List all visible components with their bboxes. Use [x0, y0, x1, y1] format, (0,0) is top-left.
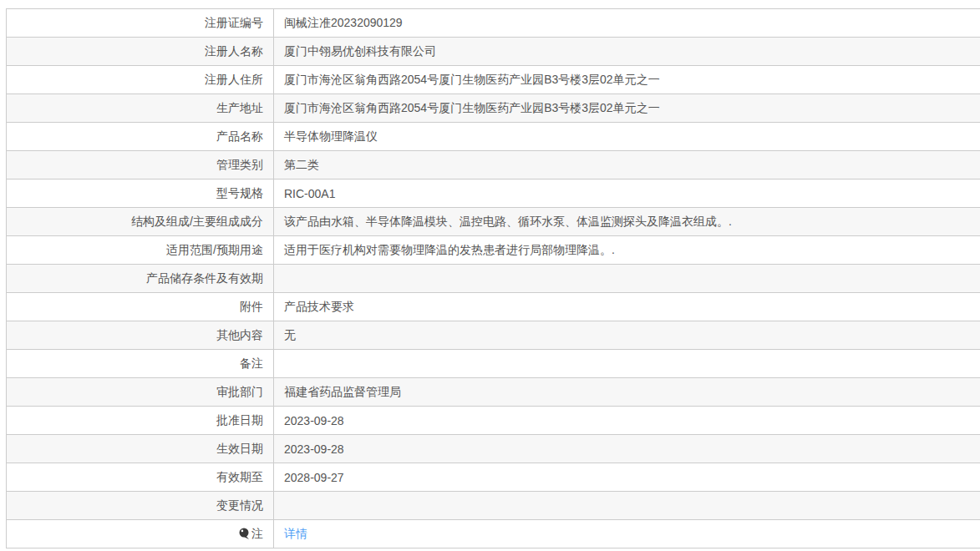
table-row: 其他内容 无 [7, 321, 980, 350]
details-link[interactable]: 详情 [284, 527, 307, 542]
row-value [274, 492, 980, 519]
row-value: 厦门市海沧区翁角西路2054号厦门生物医药产业园B3号楼3层02单元之一 [274, 66, 980, 94]
row-label-note: 注 [7, 520, 274, 548]
row-value: 厦门中翎易优创科技有限公司 [274, 38, 980, 65]
row-value: 厦门市海沧区翁角西路2054号厦门生物医药产业园B3号楼3层02单元之一 [274, 94, 980, 122]
table-row: 结构及组成/主要组成成分 该产品由水箱、半导体降温模块、温控电路、循环水泵、体温… [7, 208, 980, 236]
row-label: 审批部门 [7, 378, 274, 406]
table-row: 产品名称 半导体物理降温仪 [7, 123, 980, 151]
row-label: 产品储存条件及有效期 [7, 265, 274, 292]
table-row: 注册证编号 闽械注准20232090129 [7, 9, 980, 38]
row-label: 有效期至 [7, 463, 274, 491]
row-label: 附件 [7, 293, 274, 321]
table-row: 附件 产品技术要求 [7, 293, 980, 321]
table-row: 注册人住所 厦门市海沧区翁角西路2054号厦门生物医药产业园B3号楼3层02单元… [7, 66, 980, 94]
table-row: 变更情况 [7, 492, 980, 520]
row-value: 福建省药品监督管理局 [274, 378, 980, 406]
row-value: 2023-09-28 [274, 435, 980, 463]
row-value: 第二类 [274, 151, 980, 179]
row-label: 注册人名称 [7, 38, 274, 65]
speech-balloon-icon [239, 528, 250, 540]
table-row-note: 注 详情 [7, 520, 980, 548]
row-value: 适用于医疗机构对需要物理降温的发热患者进行局部物理降温。. [274, 236, 980, 264]
table-row: 管理类别 第二类 [7, 151, 980, 179]
row-label: 生产地址 [7, 94, 274, 122]
table-row: 审批部门 福建省药品监督管理局 [7, 378, 980, 407]
row-label: 产品名称 [7, 123, 274, 150]
row-value: 产品技术要求 [274, 293, 980, 321]
row-label: 生效日期 [7, 435, 274, 463]
row-value: 2023-09-28 [274, 407, 980, 434]
row-value [274, 265, 980, 292]
table-row: 生效日期 2023-09-28 [7, 435, 980, 463]
row-label: 管理类别 [7, 151, 274, 179]
row-label: 适用范围/预期用途 [7, 236, 274, 264]
row-label: 注册证编号 [7, 9, 274, 37]
table-row: 注册人名称 厦门中翎易优创科技有限公司 [7, 38, 980, 66]
table-row: 批准日期 2023-09-28 [7, 407, 980, 435]
row-value: 该产品由水箱、半导体降温模块、温控电路、循环水泵、体温监测探头及降温衣组成。. [274, 208, 980, 235]
row-label: 注册人住所 [7, 66, 274, 94]
row-value: 2028-09-27 [274, 463, 980, 491]
row-label: 型号规格 [7, 179, 274, 207]
table-row: 型号规格 RIC-00A1 [7, 179, 980, 208]
row-label: 其他内容 [7, 321, 274, 349]
table-row: 备注 [7, 350, 980, 378]
row-value: 半导体物理降温仪 [274, 123, 980, 150]
table-row: 生产地址 厦门市海沧区翁角西路2054号厦门生物医药产业园B3号楼3层02单元之… [7, 94, 980, 123]
table-row: 产品储存条件及有效期 [7, 265, 980, 293]
row-label: 结构及组成/主要组成成分 [7, 208, 274, 235]
row-label: 批准日期 [7, 407, 274, 434]
registration-info-table: 注册证编号 闽械注准20232090129 注册人名称 厦门中翎易优创科技有限公… [6, 8, 980, 548]
row-value: 无 [274, 321, 980, 349]
note-label-text: 注 [251, 527, 263, 542]
row-value [274, 350, 980, 377]
table-row: 有效期至 2028-09-27 [7, 463, 980, 492]
row-label: 变更情况 [7, 492, 274, 519]
row-label: 备注 [7, 350, 274, 377]
row-value: RIC-00A1 [274, 179, 980, 207]
row-value: 闽械注准20232090129 [274, 9, 980, 37]
row-value-note: 详情 [274, 520, 980, 548]
table-row: 适用范围/预期用途 适用于医疗机构对需要物理降温的发热患者进行局部物理降温。. [7, 236, 980, 265]
